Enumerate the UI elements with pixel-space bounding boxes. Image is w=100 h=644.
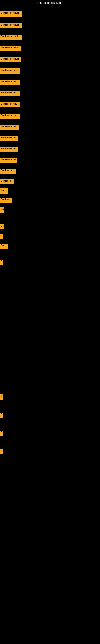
bottleneck-badge: Bottlenec — [0, 179, 14, 184]
bottleneck-badge: Bottleneck res — [0, 158, 17, 163]
bottleneck-badge: Bottleneck resu — [0, 125, 19, 130]
bottleneck-badge: Bott — [0, 244, 8, 249]
bottleneck-badge: Bottleneck resu — [0, 102, 20, 108]
bottleneck-badge: Bott — [0, 188, 8, 194]
bottleneck-badge: Bottleneck resu — [0, 80, 20, 85]
bottleneck-badge: Bo — [0, 224, 4, 230]
bottleneck-badge: Bottleneck result — [0, 34, 22, 40]
bottleneck-badge: B — [0, 412, 3, 418]
bottleneck-badge: B — [0, 449, 3, 454]
site-title: TheBottlenecker.com — [0, 0, 100, 6]
bottleneck-badge: Bottleneck resu — [0, 114, 20, 119]
bottleneck-badge: Bottleneck resu — [0, 91, 20, 96]
bottleneck-badge: Bottleneck result — [0, 23, 22, 28]
bottleneck-badge: Bottleneck result — [0, 57, 21, 62]
bottleneck-badge: Bottleneck resu — [0, 68, 20, 74]
bottleneck-badge: B — [0, 431, 3, 436]
bottleneck-badge: B — [0, 234, 3, 239]
bottleneck-badge: Bottleneck res — [0, 147, 18, 152]
bottleneck-badge: B — [0, 394, 3, 400]
bottleneck-badge: B — [0, 260, 3, 265]
bottleneck-badge: Bottleneck result — [0, 11, 22, 17]
bottleneck-badge: Bo — [0, 207, 4, 212]
bottleneck-badge: Bottleneck res — [0, 136, 18, 141]
bottleneck-badge: Bottlene — [0, 198, 12, 203]
bottleneck-badge: Bottleneck result — [0, 46, 21, 51]
bottleneck-badge: Bottleneck re — [0, 169, 16, 174]
